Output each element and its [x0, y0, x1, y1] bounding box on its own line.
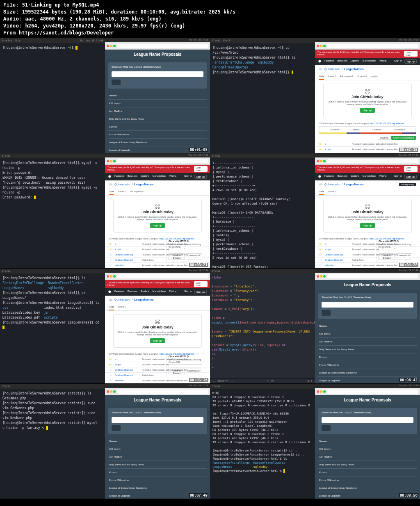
- file-icon: 📄: [109, 374, 112, 376]
- league-item: Dirty Steve and the Jessy Petes: [318, 461, 417, 469]
- league-item: Future Millionaires: [108, 131, 207, 139]
- file-icon: 📁: [109, 243, 112, 245]
- thumb-6: iTerm2 <?php $hostname = "localhost"; $u…: [210, 269, 420, 383]
- file-row[interactable]: 📄DatabaseSlides.keyResumed, made creatio…: [315, 152, 420, 153]
- terminal: MiB) RX errors 0 dropped 0 overruns 0 fr…: [210, 389, 315, 499]
- terminal-line: [hquinn@IntroToServerAdminServer ~]$: [2, 46, 75, 50]
- github-logo-icon[interactable]: ⬤: [318, 59, 321, 64]
- file-name[interactable]: js: [325, 243, 349, 245]
- league-item: League of Extraordinary Gentlemn: [108, 139, 207, 146]
- metadata-header: File: 51-Linking up to MySQL.mp4 Size: 1…: [0, 0, 420, 38]
- php-editor[interactable]: <?php $hostname = "localhost"; $username…: [210, 274, 315, 378]
- file-icon: 📄: [109, 253, 112, 256]
- thumb-3: iTerm2 [hquinn@IntroToServerAdminServer …: [0, 153, 210, 268]
- league-label: Show Me What You Got (30 Characters Max): [112, 66, 203, 68]
- file-commit: Resumed, made creation, deleted extraneo…: [352, 143, 416, 145]
- traffic-lights[interactable]: [107, 45, 116, 47]
- file-name[interactable]: index.html: [325, 264, 349, 267]
- file-icon: 📁: [109, 248, 112, 251]
- terminal: [hquinn@IntroToServerAdminServer html]$ …: [0, 158, 105, 268]
- file-name[interactable]: DatabaseSlides.key: [325, 253, 349, 256]
- league-item: Ajm Redline: [318, 453, 417, 461]
- url-bar[interactable]: [117, 44, 208, 48]
- league-item: Ajm Redline: [108, 107, 207, 115]
- file-name[interactable]: scripts: [115, 363, 139, 366]
- audio-value: aac, 48000 Hz, 2 channels, s16, 189 kb/s…: [25, 16, 161, 22]
- thumb-4: iTerm2 +---------------------+ | informa…: [210, 153, 420, 268]
- thumb-8: iTerm2 MiB) RX errors 0 dropped 0 overru…: [210, 384, 420, 499]
- learn-more-button[interactable]: Learn more: [404, 51, 418, 57]
- league-item: League of Extraordinary Gentlemn: [108, 484, 207, 492]
- menu-item[interactable]: Firefox: [2, 39, 12, 42]
- file-name[interactable]: DatabaseSlides.pdf: [115, 374, 139, 376]
- terminal: +---------------------+ | information_sc…: [210, 158, 315, 268]
- file-name[interactable]: scripts: [325, 148, 349, 150]
- thumb-5: iTerm2 [hquinn@IntroToServerAdminServer …: [0, 269, 210, 383]
- menubar: Thu Dec 28 17:06: [105, 38, 210, 42]
- video-label: Video:: [3, 23, 22, 29]
- file-icon: 📄: [109, 264, 112, 267]
- file-name[interactable]: DatabaseSlides.pdf: [325, 259, 349, 261]
- size-value: 199522344 bytes (190.28 MiB), duration: …: [22, 9, 235, 15]
- thumb-2: iTerm2Shell [hquinn@IntroToServerAdminSe…: [210, 38, 420, 153]
- league-item: iOS buy in: [318, 330, 417, 338]
- cursor-icon: [292, 71, 294, 74]
- league-item: Econoq: [108, 469, 207, 476]
- file-name[interactable]: scripts: [325, 248, 349, 251]
- file-value: 51-Linking up to MySQL.mp4: [22, 2, 99, 8]
- file-label: File:: [3, 2, 19, 8]
- signup-button[interactable]: Sign up: [360, 108, 375, 113]
- league-item: iOS buy in: [108, 445, 207, 453]
- league-item: Econoq: [318, 469, 417, 476]
- file-icon: 📄: [109, 379, 112, 382]
- terminal: [hquinn@IntroToServerAdminServer ~]$ cd …: [210, 43, 315, 153]
- file-name[interactable]: js: [115, 358, 139, 360]
- file-name[interactable]: index.html: [115, 264, 139, 267]
- file-row[interactable]: 📁jsResumed, made creation, deleted extra…: [315, 141, 420, 147]
- file-icon: 📄: [319, 259, 322, 261]
- file-name[interactable]: DatabaseSlides.pdf: [115, 259, 139, 261]
- browser-chrome: [105, 42, 210, 50]
- menubar: iTerm2Shell: [210, 38, 315, 43]
- file-icon: 📁: [109, 363, 112, 366]
- tab-code[interactable]: Code: [319, 73, 324, 80]
- file-name[interactable]: js: [325, 143, 349, 145]
- file-icon: 📁: [319, 248, 322, 251]
- file-icon: 📁: [109, 358, 112, 360]
- thumb-1: FirefoxFileThu Dec 28 17:06 [hquinn@Intr…: [0, 38, 210, 153]
- audio-label: Audio:: [3, 16, 22, 22]
- submit-button[interactable]: [112, 80, 121, 85]
- league-item: Dirty Steve and the Jessy Petes: [318, 346, 417, 353]
- join-github-card: ⌘ Join GitHub today GitHub is home to ov…: [323, 84, 412, 117]
- terminal-line: [hquinn@IntroToServerAdminServer html]$ …: [212, 55, 313, 60]
- file-name[interactable]: js: [115, 243, 139, 245]
- video-value: h264, yuv420p, 1280x720, 2430 kb/s, 29.9…: [25, 23, 185, 29]
- from-value: https://sanet.cd/blogs/Developer: [19, 30, 114, 36]
- from-label: From: [3, 30, 16, 36]
- file-name[interactable]: DatabaseSlides.key: [115, 369, 139, 371]
- size-label: Size:: [3, 9, 19, 15]
- book-icon: 📖: [319, 68, 323, 71]
- league-item: Future Millionaires: [318, 476, 417, 484]
- timestamp: 00:02:15: [399, 148, 418, 152]
- file-icon: 📄: [319, 264, 322, 267]
- vim-status-bar: -- INSERT --5,15All: [210, 378, 315, 383]
- league-input[interactable]: [112, 71, 203, 77]
- league-title: League Name Proposals: [105, 50, 210, 59]
- github-nav: ⬤ FeaturesBusinessExploreMarketplacePric…: [315, 58, 420, 65]
- file-name[interactable]: scripts: [115, 248, 139, 251]
- league-item: League of Extraordinary Gentlemn: [318, 484, 417, 492]
- terminal: [hquinn@IntroToServerAdminServer ~]$: [0, 43, 105, 153]
- terminal: [hquinn@IntroToServerAdminServer html]$ …: [0, 274, 105, 383]
- clone-popup: Clone with HTTPS ⓘ Use Git or checkout w…: [167, 238, 204, 262]
- league-item: Econoq: [318, 353, 417, 361]
- league-item: Names: [318, 438, 417, 445]
- league-item: Ajm Redline: [108, 453, 207, 461]
- league-app: League Name Proposals Show Me What You G…: [105, 50, 210, 153]
- league-item: iOS buy in: [108, 100, 207, 107]
- league-item: Econoq: [108, 123, 207, 131]
- file-name[interactable]: index.html: [115, 379, 139, 382]
- file-name[interactable]: DatabaseSlides.key: [115, 253, 139, 256]
- timestamp: 00:01:08: [189, 148, 208, 152]
- league-item: iOS buy in: [318, 445, 417, 453]
